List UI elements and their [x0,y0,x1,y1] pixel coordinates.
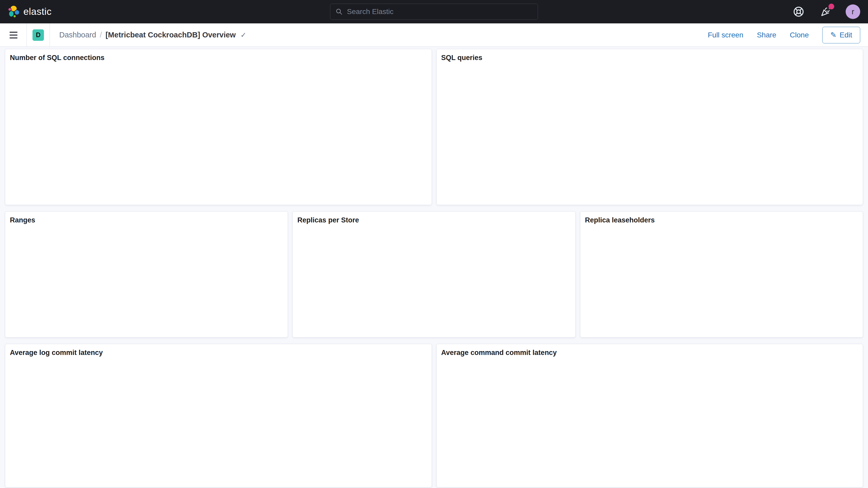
global-header: elastic Search Elastic [0,0,868,23]
notification-dot [829,4,834,9]
saved-check-icon[interactable]: ✓ [240,31,246,39]
chart-canvas[interactable] [292,224,569,337]
brand-name: elastic [23,6,52,17]
page-title[interactable]: [Metricbeat CockroachDB] Overview [105,31,236,39]
full-screen-button[interactable]: Full screen [708,31,743,39]
breadcrumb-dashboard-link[interactable]: Dashboard [59,31,96,39]
elastic-home-link[interactable]: elastic [8,5,52,18]
pencil-icon: ✎ [830,31,836,39]
panel-title: Number of SQL connections [5,49,432,62]
header-actions: r [792,4,860,19]
panel-number-of-sql-connections: Number of SQL connections [5,49,432,205]
news-button[interactable] [818,5,833,19]
chart-canvas[interactable] [5,224,282,337]
chart-canvas[interactable] [437,357,857,487]
chart-legend [426,62,432,205]
chart-canvas[interactable] [580,224,857,337]
breadcrumb: Dashboard / [Metricbeat CockroachDB] Ove… [59,31,246,39]
panel-replica-leaseholders: Replica leaseholders [580,211,863,338]
toolbar-actions: Full screen Share Clone ✎ Edit [708,27,868,43]
panel-title: SQL queries [437,49,863,62]
user-avatar[interactable]: r [846,4,860,19]
help-button[interactable] [792,5,806,19]
chart-legend [282,224,288,337]
panel-average-command-commit-latency: Average command commit latency [436,344,863,487]
chart-legend [570,224,576,337]
dashboard-app-badge[interactable]: D [32,29,44,41]
clone-button[interactable]: Clone [790,31,809,39]
menu-button[interactable] [6,28,21,42]
avatar-letter: r [851,7,854,16]
chart-legend [857,357,863,487]
panel-title: Replica leaseholders [580,212,863,224]
search-icon [336,8,343,15]
panel-average-log-commit-latency: Average log commit latency [5,344,432,487]
chart-canvas[interactable] [5,62,426,205]
dashboard-toolbar: D Dashboard / [Metricbeat CockroachDB] O… [0,23,868,47]
chart-canvas[interactable] [5,357,426,487]
panel-sql-queries: SQL queries [436,49,863,205]
share-button[interactable]: Share [757,31,776,39]
panel-replicas-per-store: Replicas per Store [292,211,576,338]
chart-legend [426,357,432,487]
chart-canvas[interactable] [437,62,857,205]
panel-title: Average command commit latency [437,344,863,357]
help-icon [793,6,804,18]
panel-title: Replicas per Store [292,212,575,224]
dashboard-grid: Number of SQL connections SQL queries Ra… [0,47,868,487]
breadcrumb-separator: / [100,31,102,39]
chart-legend [857,62,863,205]
chart-legend [857,224,863,337]
edit-button[interactable]: ✎ Edit [822,27,860,43]
panel-ranges: Ranges [5,211,288,338]
panel-title: Ranges [5,212,288,224]
search-placeholder: Search Elastic [347,7,394,16]
elastic-logo-icon [8,5,20,18]
global-search-input[interactable]: Search Elastic [330,4,538,20]
panel-title: Average log commit latency [5,344,432,357]
divider [50,23,50,47]
